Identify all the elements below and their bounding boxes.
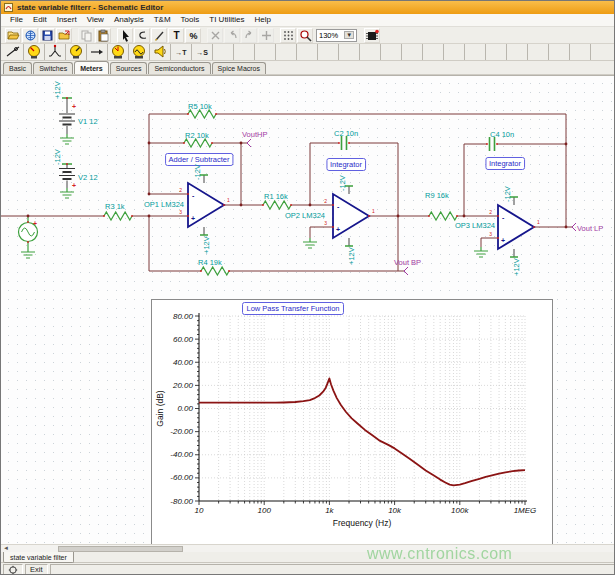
ground-op2[interactable] — [303, 238, 317, 248]
net-voutlp: Vout LP — [577, 224, 603, 233]
capacitor-c4[interactable] — [490, 137, 495, 151]
empty-slot — [213, 44, 234, 60]
macro-chip-button[interactable] — [364, 28, 380, 43]
menu-help[interactable]: Help — [249, 14, 275, 26]
export-button[interactable] — [56, 28, 72, 43]
op3-plus-sign: + — [501, 237, 505, 244]
x-tick-label: 1k — [325, 506, 334, 515]
resistor-r9 — [429, 212, 457, 220]
redo-button[interactable] — [241, 28, 257, 43]
to-t-button[interactable]: →T — [171, 44, 192, 60]
menu-analysis[interactable]: Analysis — [109, 14, 149, 26]
probe-tool-button[interactable] — [3, 44, 24, 60]
open-web-button[interactable] — [22, 28, 38, 43]
tab-switches[interactable]: Switches — [33, 62, 73, 74]
menu-insert[interactable]: Insert — [52, 14, 82, 26]
status-bar: Exit — [1, 563, 615, 575]
opamp-op2[interactable] — [333, 186, 369, 246]
tab-semiconductors[interactable]: Semiconductors — [148, 62, 210, 74]
opamp-op1[interactable] — [188, 175, 224, 235]
tab-basic[interactable]: Basic — [3, 62, 32, 74]
ground-op3[interactable] — [474, 247, 488, 257]
op1-pin2: 2 — [179, 187, 182, 193]
delete-button[interactable] — [207, 28, 223, 43]
ground-v1[interactable] — [60, 134, 74, 144]
op1-vminus: -12V — [193, 164, 202, 180]
open-file-button[interactable] — [5, 28, 21, 43]
select-tool-button[interactable] — [117, 28, 133, 43]
y-tick-label: 20.00 — [172, 381, 194, 390]
chart-title: Low Pass Transfer Function — [247, 304, 340, 313]
app-window: state variable filterr - Schematic Edito… — [0, 0, 615, 575]
status-message-panel — [50, 564, 615, 575]
save-button[interactable] — [39, 28, 55, 43]
menu-view[interactable]: View — [82, 14, 109, 26]
y-axis-title: Gain (dB) — [155, 390, 165, 427]
grid-toggle-button[interactable] — [280, 28, 296, 43]
voltmeter-button[interactable] — [24, 44, 45, 60]
ammeter-button[interactable] — [66, 44, 87, 60]
watermark: www.cntronics.com — [367, 545, 512, 563]
draw-tool-button[interactable] — [151, 28, 167, 43]
schematic-canvas[interactable]: +12V-12VV1 12V2 12R3 1kR5 10kR2 10kR1 16… — [1, 75, 615, 544]
copy-button[interactable] — [78, 28, 94, 43]
tab-sources[interactable]: Sources — [110, 62, 148, 74]
op3-vminus: -12V — [503, 186, 512, 202]
label-r4: R4 19k — [198, 258, 222, 267]
label-r3: R3 1k — [105, 202, 125, 211]
opamp-op3[interactable] — [498, 197, 534, 257]
pin-tool-button[interactable] — [87, 44, 108, 60]
capacitor-c2[interactable] — [342, 136, 347, 150]
op2-pin3: 3 — [324, 220, 327, 226]
document-tab[interactable]: state variable filter — [3, 552, 74, 563]
op3-pin2: 2 — [489, 209, 492, 215]
symbol-tool-button[interactable]: % — [185, 28, 201, 43]
label-v1: V1 12 — [78, 117, 98, 126]
text-tool-button[interactable]: T — [168, 28, 184, 43]
app-icon — [4, 3, 13, 12]
zoom-level-value: 130% — [319, 31, 338, 40]
title-bar[interactable]: state variable filterr - Schematic Edito… — [1, 1, 615, 14]
op1-vplus: +12V — [202, 236, 211, 254]
menu-tm[interactable]: T&M — [149, 14, 176, 26]
paste-button[interactable] — [95, 28, 111, 43]
ground-source[interactable] — [21, 248, 35, 258]
zoom-level-select[interactable]: 130%▼ — [316, 29, 357, 42]
undo-button[interactable] — [224, 28, 240, 43]
menu-file[interactable]: File — [5, 14, 28, 26]
svg-text:%: % — [189, 31, 197, 41]
signal-analyzer-button[interactable] — [129, 44, 150, 60]
multimeter-button[interactable] — [45, 44, 66, 60]
menu-ti-utilities[interactable]: TI Utilities — [204, 14, 249, 26]
terminal-dots — [27, 97, 535, 272]
resistor-r3 — [104, 212, 132, 220]
speaker-button[interactable] — [150, 44, 171, 60]
tab-spice-macros[interactable]: Spice Macros — [212, 62, 266, 74]
wire-tool-button[interactable] — [134, 28, 150, 43]
menu-tools[interactable]: Tools — [176, 14, 205, 26]
menu-edit[interactable]: Edit — [28, 14, 52, 26]
oscilloscope-button[interactable] — [108, 44, 129, 60]
transfer-function-chart[interactable]: 80.0060.0040.0020.000.00-20.00-40.00-60.… — [151, 299, 553, 544]
x-axis-title: Frequency (Hz) — [333, 518, 392, 528]
label-r9: R9 16k — [425, 191, 449, 200]
resistor-r5 — [188, 110, 216, 118]
horizontal-scrollbar[interactable]: ◄ — [1, 544, 615, 552]
add-button[interactable] — [258, 28, 274, 43]
op3-vplus: +12V — [512, 258, 521, 276]
ground-v2[interactable] — [60, 188, 74, 198]
scroll-left-icon[interactable]: ◄ — [3, 545, 9, 551]
to-s-button[interactable]: →S — [192, 44, 213, 60]
op2-plus-sign: + — [336, 226, 340, 233]
exit-button[interactable]: Exit — [25, 564, 48, 575]
interactive-mode-icon — [8, 565, 18, 575]
v2-polarity: + — [72, 182, 76, 189]
tab-meters[interactable]: Meters — [74, 61, 109, 74]
label-r5: R5 10k — [188, 102, 212, 111]
zoom-tool-button[interactable] — [297, 28, 313, 43]
menu-bar: File Edit Insert View Analysis T&M Tools… — [1, 14, 615, 27]
v1-polarity: + — [72, 103, 76, 110]
y-tick-label: -80.00 — [170, 497, 193, 506]
label-r2: R2 10k — [185, 131, 209, 140]
mode-indicator[interactable] — [3, 564, 23, 575]
